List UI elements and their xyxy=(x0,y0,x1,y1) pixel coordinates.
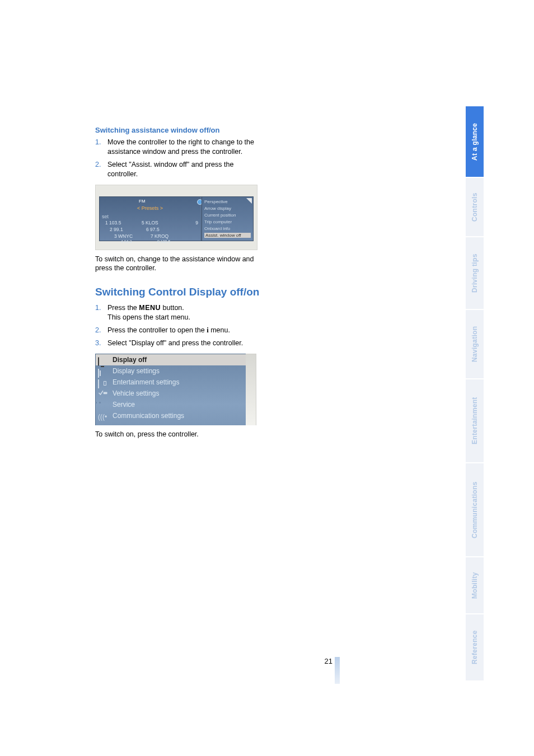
step-text-part: menu. xyxy=(209,326,230,334)
tab-at-a-glance[interactable]: At a glance xyxy=(466,106,484,177)
preset-cell: 3 WNYC xyxy=(114,233,133,239)
step-text-part: This opens the start menu. xyxy=(107,313,190,321)
menu-item-label: Communication settings xyxy=(113,410,184,421)
heading-assist-window: Switching assistance window off/on xyxy=(95,126,263,134)
svg-rect-0 xyxy=(104,392,107,394)
tab-driving-tips[interactable]: Driving tips xyxy=(466,237,484,309)
step-text: Select "Assist. window off" and press th… xyxy=(107,160,263,179)
menu-item-service: Service xyxy=(96,399,246,410)
page-number-bar xyxy=(335,657,340,684)
heading-control-display: Switching Control Display off/on xyxy=(95,285,263,299)
menu-item-communication-settings: (((• Communication settings xyxy=(96,410,246,421)
preset-row: 1 103.5 5 KLOS 9 xyxy=(105,220,198,227)
tab-communications[interactable]: Communications xyxy=(466,463,484,556)
preset-row: 2 99.1 6 97.5 xyxy=(110,227,198,233)
step-number: 1. xyxy=(95,303,107,322)
menu-item-label: Vehicle settings xyxy=(113,388,159,399)
step-number: 2. xyxy=(95,326,107,335)
preset-cell: 8 100.5 xyxy=(157,240,170,243)
step-text: Select "Display off" and press the contr… xyxy=(107,339,263,348)
step-number: 1. xyxy=(95,138,107,157)
set-label: set xyxy=(102,214,109,219)
step-text-part: button. xyxy=(161,304,184,312)
tab-navigation[interactable]: Navigation xyxy=(466,310,484,378)
assist-menu-item-selected: Assist. window off xyxy=(204,233,251,238)
tab-controls[interactable]: Controls xyxy=(466,178,484,236)
menu-item-label: Display settings xyxy=(113,365,160,377)
step-text: Move the controller to the right to chan… xyxy=(107,138,263,157)
preset-cell: 1 103.5 xyxy=(105,220,121,226)
preset-cell: 9 xyxy=(195,220,198,226)
step-text: Press the MENU button. This opens the st… xyxy=(107,303,263,322)
menu-item-display-settings: Display settings xyxy=(96,365,246,377)
step-number: 2. xyxy=(95,160,107,179)
tab-mobility[interactable]: Mobility xyxy=(466,557,484,613)
menu-item-vehicle-settings: Vehicle settings xyxy=(96,388,246,399)
tab-entertainment[interactable]: Entertainment xyxy=(466,379,484,462)
check-car-icon xyxy=(98,389,108,397)
entertainment-icon xyxy=(98,378,108,386)
assist-window-after-text: To switch on, change to the assistance w… xyxy=(95,255,263,274)
control-display-after-text: To switch on, press the controller. xyxy=(95,430,263,439)
step-text-part: Press the xyxy=(107,304,139,312)
screenshot-display-off-menu: Display off Display settings Entertainme… xyxy=(95,354,256,425)
step-number: 3. xyxy=(95,339,107,348)
assist-window-steps: 1. Move the controller to the right to c… xyxy=(95,138,263,179)
menu-button-label: MENU xyxy=(139,304,161,312)
screenshot-assist-window: FM < Presets > set 1 103.5 5 KLOS 9 2 99… xyxy=(95,185,257,250)
menu-item-label: Service xyxy=(113,399,135,410)
assist-menu-item: Current position xyxy=(204,213,251,218)
menu-item-entertainment-settings: Entertainment settings xyxy=(96,377,246,388)
presets-label: < Presets > xyxy=(100,205,200,211)
assist-menu-item: Perspective xyxy=(204,199,251,204)
assist-menu-item: Onboard info xyxy=(204,226,251,231)
step-text-part: Press the controller to open the xyxy=(107,326,207,334)
preset-cell: 6 97.5 xyxy=(146,227,160,232)
monitor-icon xyxy=(98,355,108,363)
preset-row: 4 94.3 8 100.5 xyxy=(121,240,198,246)
fm-label: FM xyxy=(139,199,146,204)
display-settings-icon xyxy=(98,367,108,374)
step-text: Press the controller to open the i menu. xyxy=(107,326,263,335)
page-number: 21 xyxy=(310,657,332,665)
menu-item-label: Entertainment settings xyxy=(113,377,179,388)
preset-cell: 2 99.1 xyxy=(110,227,123,232)
preset-cell: 5 KLOS xyxy=(142,220,158,226)
screenshot-edge xyxy=(246,354,256,425)
car-icon xyxy=(98,400,108,408)
assist-menu-item: Arrow display xyxy=(204,206,251,211)
antenna-icon: (((• xyxy=(98,411,108,419)
preset-cell: 7 KROQ xyxy=(151,233,168,239)
section-tabs: At a glance Controls Driving tips Naviga… xyxy=(466,106,484,682)
control-display-steps: 1. Press the MENU button. This opens the… xyxy=(95,303,263,348)
preset-cell: 4 94.3 xyxy=(121,240,132,243)
menu-item-display-off: Display off xyxy=(96,354,246,365)
tab-reference[interactable]: Reference xyxy=(466,614,484,680)
menu-item-label: Display off xyxy=(113,354,147,365)
assist-menu-item: Trip computer xyxy=(204,219,251,224)
